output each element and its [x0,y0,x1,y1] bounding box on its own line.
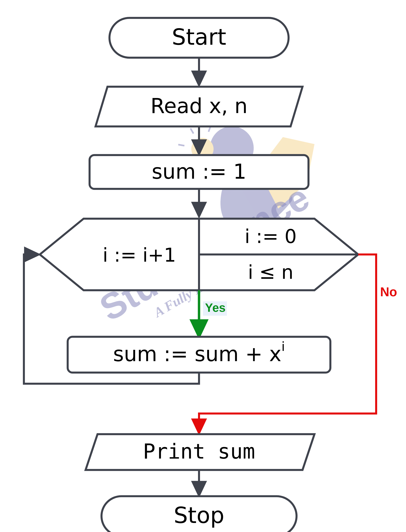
body-node: sum := sum + xi [68,337,330,373]
init-node: sum := 1 [89,155,309,189]
no-label: No [380,285,397,299]
svg-text:sum := sum + xi: sum := sum + xi [113,339,285,366]
init-label: sum := 1 [152,160,246,183]
flowchart: Study Glance A Fully Loaded Notebook Sta… [0,0,406,532]
svg-line-2 [190,128,194,133]
body-label-prefix: sum := sum + x [113,342,281,366]
yes-label: Yes [205,301,226,314]
stop-label: Stop [174,502,224,528]
read-node: Read x, n [95,87,303,126]
start-node: Start [109,18,289,58]
loop-cond-label: i ≤ n [248,261,293,283]
body-label-sup: i [281,339,285,354]
start-label: Start [172,24,226,50]
loop-init-label: i := 0 [245,225,297,247]
print-label: Print sum [143,439,255,463]
print-node: Print sum [86,434,314,470]
loop-step-label: i := i+1 [103,244,176,266]
loop-node: i := i+1 i := 0 i ≤ n [40,219,358,290]
stop-node: Stop [102,496,297,532]
svg-line-3 [178,142,184,148]
read-label: Read x, n [150,94,247,118]
